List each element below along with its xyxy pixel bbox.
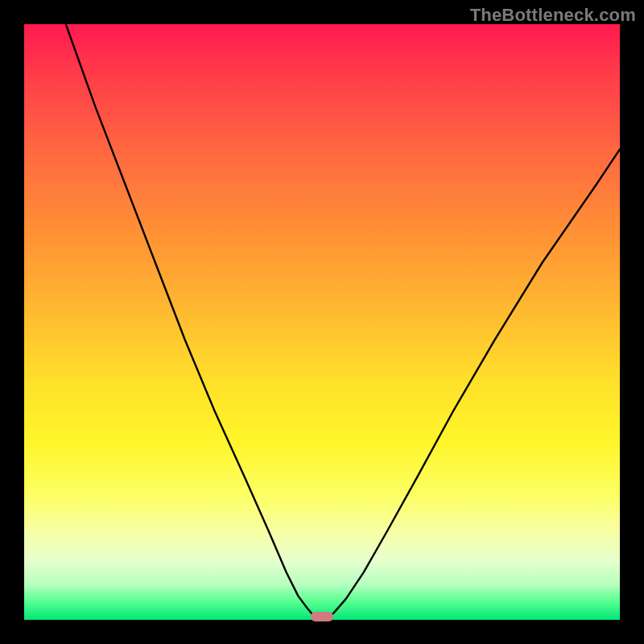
curve-path [66,24,620,618]
chart-stage: TheBottleneck.com [0,0,644,644]
watermark-text: TheBottleneck.com [470,5,636,26]
minimum-marker [311,612,333,621]
plot-area [24,24,620,620]
bottleneck-curve [24,24,620,620]
